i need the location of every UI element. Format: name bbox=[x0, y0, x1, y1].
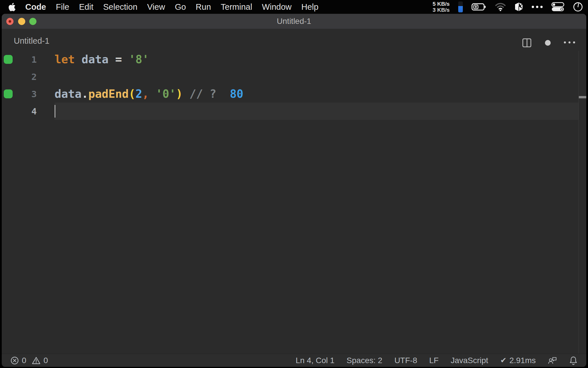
level-indicator-bar-icon[interactable] bbox=[458, 1, 463, 12]
token-fn: padEnd bbox=[88, 87, 129, 100]
editor-lines: 1let data = '8'23data.padEnd(2, '0') // … bbox=[2, 51, 579, 120]
token-kw: let bbox=[55, 53, 75, 66]
token-paren: ) bbox=[176, 87, 183, 100]
code-content-line-2[interactable] bbox=[55, 68, 579, 85]
token-paren: ( bbox=[129, 87, 135, 100]
token-pl bbox=[122, 53, 129, 66]
wifi-icon[interactable] bbox=[495, 3, 506, 11]
vscode-window: Untitled-1 Untitled-1 1let data = '8'23d… bbox=[2, 14, 586, 367]
token-pl bbox=[109, 53, 115, 66]
code-content-line-3[interactable]: data.padEnd(2, '0') // ?80 bbox=[55, 85, 579, 103]
code-line-2[interactable]: 2 bbox=[2, 68, 579, 85]
menu-item-selection[interactable]: Selection bbox=[103, 2, 137, 12]
window-title-bar[interactable]: Untitled-1 bbox=[2, 14, 586, 29]
menu-item-go[interactable]: Go bbox=[175, 2, 186, 12]
code-line-3[interactable]: 3data.padEnd(2, '0') // ?80 bbox=[2, 85, 579, 103]
token-pl bbox=[149, 87, 156, 100]
token-op: . bbox=[82, 87, 88, 100]
menu-item-view[interactable]: View bbox=[147, 2, 165, 12]
token-str: '8' bbox=[129, 53, 149, 66]
token-num: 2 bbox=[136, 87, 142, 100]
menu-item-edit[interactable]: Edit bbox=[79, 2, 93, 12]
menu-item-help[interactable]: Help bbox=[301, 2, 319, 12]
tab-untitled-1[interactable]: Untitled-1 bbox=[14, 36, 49, 46]
gutter-line-2: 2 bbox=[2, 68, 55, 85]
error-icon bbox=[10, 356, 19, 365]
more-actions-icon[interactable] bbox=[564, 41, 575, 43]
unsaved-changes-indicator[interactable] bbox=[545, 40, 551, 46]
gutter-line-1: 1 bbox=[2, 51, 55, 68]
menu-item-app-name[interactable]: Code bbox=[25, 2, 46, 12]
eol-setting[interactable]: LF bbox=[429, 356, 439, 365]
token-var: data bbox=[82, 53, 109, 66]
token-pl bbox=[183, 87, 189, 100]
network-down: 3 KB/s bbox=[433, 7, 450, 13]
menu-item-terminal[interactable]: Terminal bbox=[221, 2, 252, 12]
battery-charging-icon[interactable] bbox=[471, 3, 486, 11]
quokka-inline-result: 80 bbox=[230, 87, 243, 100]
token-comment: // ? bbox=[189, 87, 216, 100]
apple-icon bbox=[9, 3, 16, 11]
menu-item-window[interactable]: Window bbox=[262, 2, 291, 12]
code-line-1[interactable]: 1let data = '8' bbox=[2, 51, 579, 68]
token-op: = bbox=[115, 53, 122, 66]
menu-item-run[interactable]: Run bbox=[196, 2, 211, 12]
status-bar: 0 0 Ln 4, Col 1 Spaces: 2 UTF-8 LF JavaS… bbox=[2, 354, 586, 367]
notifications-bell-icon[interactable] bbox=[569, 356, 578, 365]
indentation-setting[interactable]: Spaces: 2 bbox=[347, 356, 382, 365]
gutter-line-4: 4 bbox=[2, 103, 55, 120]
menu-items: FileEditSelectionViewGoRunTerminalWindow… bbox=[56, 2, 319, 12]
menu-bar-left: Code FileEditSelectionViewGoRunTerminalW… bbox=[0, 2, 318, 12]
code-editor[interactable]: 1let data = '8'23data.padEnd(2, '0') // … bbox=[2, 51, 586, 354]
window-title: Untitled-1 bbox=[2, 14, 586, 29]
line-number: 1 bbox=[2, 51, 37, 68]
editor-tab-bar: Untitled-1 bbox=[2, 29, 586, 51]
apple-menu[interactable] bbox=[9, 3, 16, 11]
language-mode[interactable]: JavaScript bbox=[451, 356, 488, 365]
macos-menu-bar: Code FileEditSelectionViewGoRunTerminalW… bbox=[0, 0, 588, 14]
token-pl bbox=[75, 53, 81, 66]
line-number: 3 bbox=[2, 85, 37, 103]
box-app-icon[interactable] bbox=[514, 2, 523, 12]
ellipsis-menu-icon[interactable] bbox=[532, 6, 543, 8]
network-up: 5 KB/s bbox=[433, 1, 450, 7]
line-number: 2 bbox=[2, 68, 37, 85]
gutter-line-3: 3 bbox=[2, 85, 55, 103]
check-icon: ✔ bbox=[500, 356, 506, 365]
code-line-4[interactable]: 4 bbox=[2, 103, 579, 120]
problems-indicator[interactable]: 0 0 bbox=[10, 356, 48, 365]
quokka-run-status[interactable]: ✔ 2.91ms bbox=[500, 356, 536, 365]
network-speed-indicator[interactable]: 5 KB/s 3 KB/s bbox=[433, 1, 450, 13]
text-cursor bbox=[55, 105, 55, 118]
run-time: 2.91ms bbox=[509, 356, 536, 365]
token-comma: , bbox=[142, 87, 149, 100]
split-editor-icon[interactable] bbox=[522, 38, 532, 48]
control-center-icon[interactable] bbox=[551, 2, 564, 12]
encoding-setting[interactable]: UTF-8 bbox=[394, 356, 417, 365]
warning-icon bbox=[32, 356, 41, 365]
cursor-position-marker bbox=[579, 96, 586, 98]
cursor-position[interactable]: Ln 4, Col 1 bbox=[296, 356, 334, 365]
code-content-line-4[interactable] bbox=[55, 103, 579, 120]
token-var: data bbox=[55, 87, 82, 100]
warning-count: 0 bbox=[44, 356, 48, 365]
overview-ruler-scrollbar[interactable] bbox=[579, 51, 586, 354]
token-str: '0' bbox=[156, 87, 176, 100]
clock-icon[interactable] bbox=[573, 2, 583, 12]
line-number: 4 bbox=[2, 103, 37, 120]
menu-item-file[interactable]: File bbox=[56, 2, 69, 12]
feedback-icon[interactable] bbox=[548, 356, 557, 365]
error-count: 0 bbox=[22, 356, 26, 365]
code-content-line-1[interactable]: let data = '8' bbox=[55, 51, 579, 68]
menu-bar-status-area: 5 KB/s 3 KB/s bbox=[433, 1, 588, 13]
